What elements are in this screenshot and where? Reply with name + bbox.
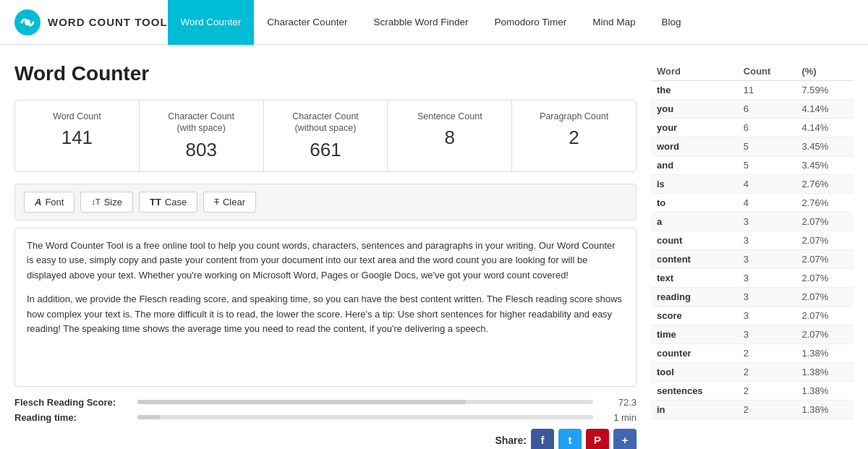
main-nav: Word Counter Character Counter Scrabble … xyxy=(168,0,694,44)
nav-item-mindmap[interactable]: Mind Map xyxy=(579,0,648,45)
freq-col-pct: (%) xyxy=(796,62,854,81)
freq-word-cell: you xyxy=(651,100,738,119)
freq-pct-cell: 2.07% xyxy=(796,307,854,325)
freq-pct-cell: 4.14% xyxy=(796,100,854,119)
stat-word-count-value: 141 xyxy=(22,127,132,149)
left-panel: Word Counter Word Count 141 Character Co… xyxy=(14,62,637,449)
clear-button[interactable]: T Clear xyxy=(203,192,256,213)
share-gplus-button[interactable]: + xyxy=(613,429,637,450)
freq-count-cell: 3 xyxy=(738,250,796,269)
nav-item-scrabble[interactable]: Scrabble Word Finder xyxy=(360,0,481,45)
table-row: counter21.38% xyxy=(651,344,854,363)
freq-count-cell: 6 xyxy=(738,119,796,137)
freq-word-cell: a xyxy=(651,213,738,231)
logo-text: WORD COUNT TOOL xyxy=(48,16,168,28)
main-container: Word Counter Word Count 141 Character Co… xyxy=(0,45,868,449)
reading-time-value: 1 min xyxy=(600,412,637,423)
nav-item-character-counter[interactable]: Character Counter xyxy=(254,0,360,45)
table-row: you64.14% xyxy=(651,100,854,119)
case-button[interactable]: TT Case xyxy=(139,192,197,213)
stat-char-without-space: Character Count(without space) 661 xyxy=(264,101,388,171)
freq-word-cell: count xyxy=(651,231,738,250)
freq-pct-cell: 2.07% xyxy=(796,325,854,344)
freq-word-cell: your xyxy=(651,119,738,137)
flesch-label: Flesch Reading Score: xyxy=(14,397,130,408)
share-facebook-button[interactable]: f xyxy=(531,429,554,450)
frequency-table: Word Count (%) the117.59%you64.14%your64… xyxy=(651,62,854,419)
text-content-area[interactable]: The Word Counter Tool is a free online t… xyxy=(14,228,637,387)
nav-item-word-counter[interactable]: Word Counter xyxy=(168,0,255,45)
table-row: score32.07% xyxy=(651,307,854,325)
toolbar: A Font ↕T Size TT Case T Clear xyxy=(14,184,637,221)
stat-paragraph-count-label: Paragraph Count xyxy=(519,111,629,122)
freq-word-cell: in xyxy=(651,401,738,419)
freq-count-cell: 2 xyxy=(738,401,796,419)
logo-icon xyxy=(14,9,41,35)
stat-sentence-count: Sentence Count 8 xyxy=(388,101,512,171)
reading-time-bar xyxy=(137,415,593,419)
case-label: Case xyxy=(165,197,187,208)
freq-pct-cell: 1.38% xyxy=(796,401,854,419)
freq-pct-cell: 2.07% xyxy=(796,250,854,269)
nav-item-blog[interactable]: Blog xyxy=(649,0,694,45)
table-row: text32.07% xyxy=(651,269,854,288)
stat-char-with-space: Character Count(with space) 803 xyxy=(140,101,264,171)
freq-word-cell: is xyxy=(651,175,738,194)
freq-count-cell: 3 xyxy=(738,269,796,288)
freq-word-cell: and xyxy=(651,156,738,175)
flesch-bar-fill xyxy=(137,400,466,404)
freq-pct-cell: 2.07% xyxy=(796,269,854,288)
right-panel: Word Count (%) the117.59%you64.14%your64… xyxy=(651,62,854,449)
freq-pct-cell: 3.45% xyxy=(796,137,854,156)
freq-count-cell: 5 xyxy=(738,156,796,175)
freq-word-cell: content xyxy=(651,250,738,269)
freq-count-cell: 3 xyxy=(738,325,796,344)
freq-count-cell: 6 xyxy=(738,100,796,119)
stat-paragraph-count-value: 2 xyxy=(519,127,629,149)
freq-pct-cell: 2.07% xyxy=(796,213,854,231)
flesch-bar xyxy=(137,400,593,404)
freq-pct-cell: 4.14% xyxy=(796,119,854,137)
stat-sentence-count-value: 8 xyxy=(395,127,504,149)
font-button[interactable]: A Font xyxy=(24,192,75,213)
table-row: a32.07% xyxy=(651,213,854,231)
font-icon: A xyxy=(35,197,41,208)
freq-pct-cell: 2.76% xyxy=(796,194,854,213)
freq-word-cell: word xyxy=(651,137,738,156)
table-row: your64.14% xyxy=(651,119,854,137)
share-pinterest-button[interactable]: P xyxy=(586,429,609,450)
flesch-value: 72.3 xyxy=(600,397,637,408)
stats-row: Word Count 141 Character Count(with spac… xyxy=(14,100,637,172)
freq-count-cell: 2 xyxy=(738,344,796,363)
stat-word-count-label: Word Count xyxy=(22,111,132,122)
table-row: to42.76% xyxy=(651,194,854,213)
share-twitter-button[interactable]: t xyxy=(558,429,582,450)
header: WORD COUNT TOOL Word Counter Character C… xyxy=(0,0,868,45)
table-row: and53.45% xyxy=(651,156,854,175)
case-icon: TT xyxy=(150,197,161,208)
table-row: content32.07% xyxy=(651,250,854,269)
page-title: Word Counter xyxy=(14,62,637,85)
table-row: in21.38% xyxy=(651,401,854,419)
freq-word-cell: tool xyxy=(651,363,738,382)
nav-item-pomodoro[interactable]: Pomodoro Timer xyxy=(481,0,579,45)
freq-pct-cell: 1.38% xyxy=(796,344,854,363)
freq-count-cell: 3 xyxy=(738,231,796,250)
reading-time-label: Reading time: xyxy=(14,412,130,423)
stat-char-without-space-label: Character Count(without space) xyxy=(271,111,380,134)
freq-pct-cell: 3.45% xyxy=(796,156,854,175)
text-para-2: In addition, we provide the Flesch readi… xyxy=(27,292,624,337)
size-icon: ↕T xyxy=(91,197,100,206)
share-label: Share: xyxy=(495,435,527,446)
freq-count-cell: 5 xyxy=(738,137,796,156)
table-row: count32.07% xyxy=(651,231,854,250)
freq-word-cell: to xyxy=(651,194,738,213)
bottom-stats: Flesch Reading Score: 72.3 Reading time:… xyxy=(14,397,637,423)
stat-char-without-space-value: 661 xyxy=(271,139,380,161)
text-para-1: The Word Counter Tool is a free online t… xyxy=(27,239,624,283)
stat-paragraph-count: Paragraph Count 2 xyxy=(512,101,636,171)
freq-count-cell: 3 xyxy=(738,307,796,325)
size-button[interactable]: ↕T Size xyxy=(80,192,133,213)
freq-word-cell: sentences xyxy=(651,382,738,401)
stat-word-count: Word Count 141 xyxy=(15,101,140,171)
